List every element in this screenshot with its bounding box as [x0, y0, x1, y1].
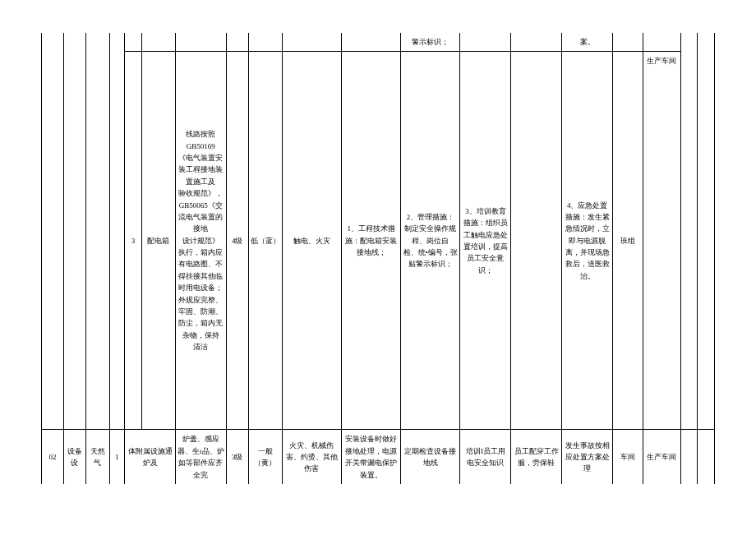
cell: 1 — [109, 430, 125, 484]
cell: 3级 — [226, 430, 248, 484]
cell — [680, 430, 698, 484]
cell: 培训I员工用电安全知识 — [460, 430, 511, 484]
cell — [42, 33, 64, 430]
cell: 发生事故按相应处置方案处理 — [562, 430, 613, 484]
cell: 配电箱 — [141, 52, 175, 430]
cell: 体附属设施通炉及 — [125, 430, 176, 484]
cell: 员工配穿工作服，劳保鞋 — [511, 430, 562, 484]
cell — [511, 52, 562, 430]
table-row: 警示标识； 案。 — [42, 33, 715, 52]
cell: 炉盖、感应器、生t品、炉如等部件应齐全完 — [175, 430, 226, 484]
cell: 定期检查设备接地线 — [401, 430, 460, 484]
cell: 3 — [125, 52, 142, 430]
cell: 4级 — [226, 52, 248, 430]
cell — [680, 33, 698, 430]
cell — [460, 33, 511, 52]
cell — [141, 33, 175, 52]
cell — [175, 33, 226, 52]
cell: 4、应急处置措施：发生紧急情况时，立即与电源脱离，并现场急救后，送医救治。 — [562, 52, 613, 430]
table-row: 3 配电箱 线路按照 GB50169 《电气装置安装工程接地装置施工及 验收规范… — [42, 52, 715, 430]
cell: 班组 — [613, 52, 643, 430]
cell — [698, 33, 715, 430]
cell — [282, 33, 341, 52]
cell: 触电、火灾 — [282, 52, 341, 430]
cell — [248, 33, 282, 52]
cell — [613, 33, 643, 52]
cell: 3、培训教育措施：组织员工触电应急处置培训，提高员工安全意识； — [460, 52, 511, 430]
cell — [698, 430, 715, 484]
cell: 02 — [42, 430, 64, 484]
cell: 线路按照 GB50169 《电气装置安装工程接地装置施工及 验收规范》，GB50… — [175, 52, 226, 430]
cell: 车间 — [613, 430, 643, 484]
cell — [342, 33, 401, 52]
cell: 低（蓝） — [248, 52, 282, 430]
cell — [85, 33, 109, 430]
cell — [511, 33, 562, 52]
cell — [125, 33, 142, 52]
data-table: 警示标识； 案。 3 配电箱 线路按照 GB50169 《电气装置安装工程接地装… — [41, 33, 715, 484]
cell: 天然气 — [85, 430, 109, 484]
cell: 1、工程技术措施：配电箱安装接地线； — [342, 52, 401, 430]
cell: 案。 — [562, 33, 613, 52]
cell: 警示标识； — [401, 33, 460, 52]
cell: 一般（黄） — [248, 430, 282, 484]
cell — [643, 33, 680, 52]
cell — [109, 33, 125, 430]
table-row: 02 设备设 天然气 1 体附属设施通炉及 炉盖、感应器、生t品、炉如等部件应齐… — [42, 430, 715, 484]
cell: 2、管理措施：制定安全操作规程、岗位自 检、统•编号，张贴警示标识； — [401, 52, 460, 430]
cell — [226, 33, 248, 52]
cell: 火灾、机械伤害、灼烫、其他伤害 — [282, 430, 341, 484]
cell: 设备设 — [63, 430, 85, 484]
cell: 安装设备时做好接地处理，电源开关带漏电保护装置。 — [342, 430, 401, 484]
cell: 生产车间 — [643, 52, 680, 430]
cell: 生产车间 — [643, 430, 680, 484]
cell — [63, 33, 85, 430]
